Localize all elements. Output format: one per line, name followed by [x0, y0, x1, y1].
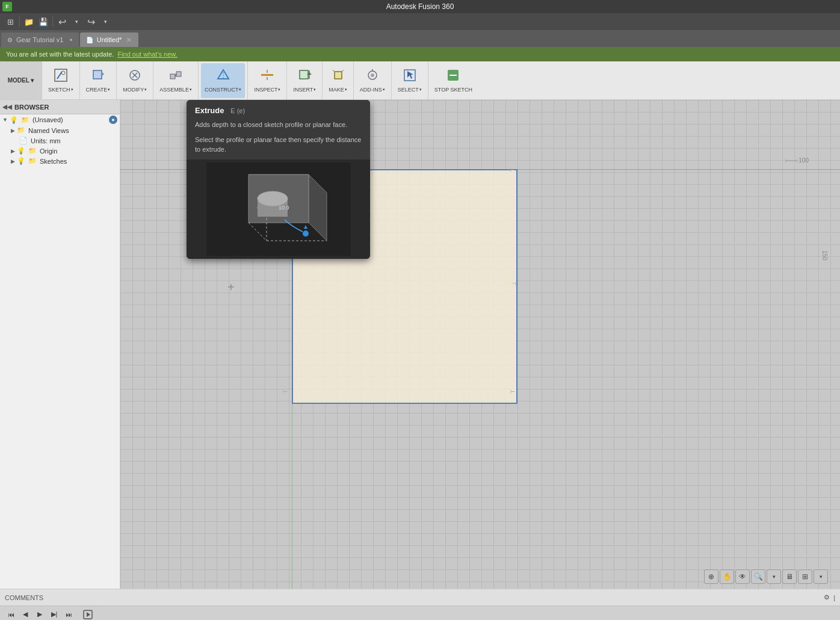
tooltip-title: Extrude E (e) [195, 106, 362, 115]
grid-menu-icon[interactable]: ⊞ [4, 15, 17, 28]
select-group: SELECT ▾ [392, 61, 428, 99]
stop-sketch-group: STOP SKETCH [428, 61, 478, 99]
construct-group: CONSTRUCT ▾ [199, 61, 249, 99]
svg-rect-6 [170, 74, 175, 79]
modify-icon [128, 68, 142, 85]
ruler-top-right: ⊢ [510, 167, 515, 173]
svg-rect-11 [261, 74, 273, 76]
svg-marker-4 [102, 72, 104, 76]
banner-text: You are all set with the latest update. [6, 51, 114, 58]
grid-display-btn[interactable]: ⊞ [798, 569, 812, 584]
svg-rect-7 [176, 72, 181, 76]
svg-point-41 [303, 231, 309, 237]
svg-text:10.0: 10.0 [279, 205, 289, 211]
display-mode-btn[interactable]: 🖥 [782, 569, 797, 584]
zoom-dropdown-btn[interactable]: ▾ [767, 569, 781, 584]
browser-header: ◀◀ BROWSER [0, 100, 120, 114]
sketch-tool-btn[interactable]: SKETCH ▾ [45, 63, 77, 98]
tab-gear-tutorial[interactable]: ⚙ Gear Tutorial v1 ● [1, 33, 79, 47]
sketch-tool-label: SKETCH ▾ [48, 87, 73, 93]
tooltip-shortcut: E (e) [230, 107, 245, 114]
file-btn[interactable]: 📁 [22, 15, 36, 28]
dim-right-marker: 150 [821, 250, 828, 261]
construct-btn[interactable]: CONSTRUCT ▾ [201, 63, 246, 98]
banner-link[interactable]: Find out what's new. [117, 51, 177, 58]
grid-dropdown-btn[interactable]: ▾ [814, 569, 828, 584]
tab-untitled[interactable]: 📄 Untitled* ✕ [80, 33, 139, 47]
animation-controls: ⏮ ◀ ▶ ▶| ⏭ [0, 606, 840, 620]
comments-settings-icon[interactable]: ⚙ [824, 594, 830, 601]
modify-btn[interactable]: MODIFY ▾ [119, 63, 150, 98]
anim-next-end-btn[interactable]: ⏭ [63, 609, 75, 621]
unsaved-folder-icon: 📁 [21, 116, 29, 124]
ruler-mid-right: ⊣ [511, 281, 516, 287]
inspect-label: INSPECT ▾ [254, 87, 280, 93]
svg-rect-0 [55, 69, 67, 81]
select-icon [403, 68, 417, 85]
insert-btn[interactable]: INSERT ▾ [289, 63, 320, 98]
insert-label: INSERT ▾ [293, 87, 316, 93]
browser-collapse-btn[interactable]: ◀◀ [2, 104, 12, 110]
sketch-group: SKETCH ▾ [42, 61, 80, 99]
named-views-expand-icon: ▶ [11, 128, 15, 134]
stop-sketch-icon [446, 68, 460, 85]
make-btn[interactable]: MAKE ▾ [325, 63, 351, 98]
model-dropdown[interactable]: MODEL ▾ [0, 61, 42, 99]
main-area: ◀◀ BROWSER ▼ 💡 📁 (Unsaved) ● ▶ 📁 Named V… [0, 100, 840, 589]
select-label: SELECT ▾ [398, 87, 422, 93]
undo-dropdown-btn[interactable]: ▾ [70, 15, 83, 28]
browser-item-named-views[interactable]: ▶ 📁 Named Views [0, 125, 120, 135]
make-group: MAKE ▾ [323, 61, 354, 99]
addins-group: ADD-INS ▾ [354, 61, 392, 99]
assemble-group: ASSEMBLE ▾ [153, 61, 199, 99]
orbit-btn[interactable]: ⊕ [704, 569, 718, 584]
anim-prev-start-btn[interactable]: ⏮ [5, 609, 17, 621]
sketch-tool-icon [54, 68, 68, 85]
stop-sketch-btn[interactable]: STOP SKETCH [431, 63, 476, 98]
assemble-btn[interactable]: ASSEMBLE ▾ [156, 63, 196, 98]
tab-close-btn[interactable]: ✕ [125, 37, 132, 43]
create-group: CREATE ▾ [80, 61, 117, 99]
inspect-btn[interactable]: INSPECT ▾ [250, 63, 284, 98]
model-label: MODEL ▾ [8, 77, 34, 84]
addins-label: ADD-INS ▾ [360, 87, 385, 93]
origin-label: Origin [40, 147, 57, 155]
tooltip-preview-image: 10.0 [187, 160, 370, 259]
construct-label: CONSTRUCT ▾ [205, 87, 242, 93]
modify-label: MODIFY ▾ [123, 87, 147, 93]
browser-item-sketches[interactable]: ▶ 💡 📁 Sketches [0, 156, 120, 166]
redo-btn[interactable]: ↪ [84, 15, 97, 28]
tab-bar: ⚙ Gear Tutorial v1 ● 📄 Untitled* ✕ [0, 30, 840, 47]
save-btn[interactable]: 💾 [37, 15, 50, 28]
browser-item-units[interactable]: 📄 Units: mm [0, 135, 120, 146]
pan-btn[interactable]: ✋ [720, 569, 734, 584]
plus-cursor: + [227, 281, 235, 294]
undo-btn[interactable]: ↩ [55, 15, 69, 28]
unsaved-badge: ● [109, 116, 117, 124]
anim-play-btn[interactable]: ▶ [34, 609, 46, 621]
create-btn[interactable]: CREATE ▾ [82, 63, 114, 98]
unsaved-expand-icon: ▼ [2, 117, 8, 123]
canvas-viewport[interactable]: + 100 150 ⊢ ⊢ ⊢ ⊢ ⊣ Extrude E (e) Adds d… [120, 100, 840, 589]
browser-item-unsaved[interactable]: ▼ 💡 📁 (Unsaved) ● [0, 114, 120, 125]
zoom-btn[interactable]: 🔍 [751, 569, 765, 584]
tab-untitled-label: Untitled* [97, 36, 122, 43]
comments-collapse-btn[interactable]: | [833, 594, 835, 601]
look-btn[interactable]: 👁 [735, 569, 750, 584]
browser-title: BROWSER [14, 104, 49, 111]
sketches-light-icon: 💡 [17, 157, 25, 165]
redo-dropdown-btn[interactable]: ▾ [99, 15, 112, 28]
anim-prev-btn[interactable]: ◀ [19, 609, 31, 621]
origin-expand-icon: ▶ [11, 148, 15, 154]
anim-next-btn[interactable]: ▶| [48, 609, 60, 621]
create-icon [91, 68, 105, 85]
svg-rect-3 [93, 70, 102, 79]
anim-record-btn[interactable] [82, 609, 94, 621]
tooltip-detail: Select the profile or planar face then s… [187, 135, 370, 160]
select-btn[interactable]: SELECT ▾ [394, 63, 425, 98]
insert-group: INSERT ▾ [287, 61, 323, 99]
addins-btn[interactable]: ADD-INS ▾ [356, 63, 389, 98]
svg-line-19 [342, 70, 344, 72]
ruler-bottom-right: ⊢ [510, 389, 515, 395]
browser-item-origin[interactable]: ▶ 💡 📁 Origin [0, 146, 120, 156]
